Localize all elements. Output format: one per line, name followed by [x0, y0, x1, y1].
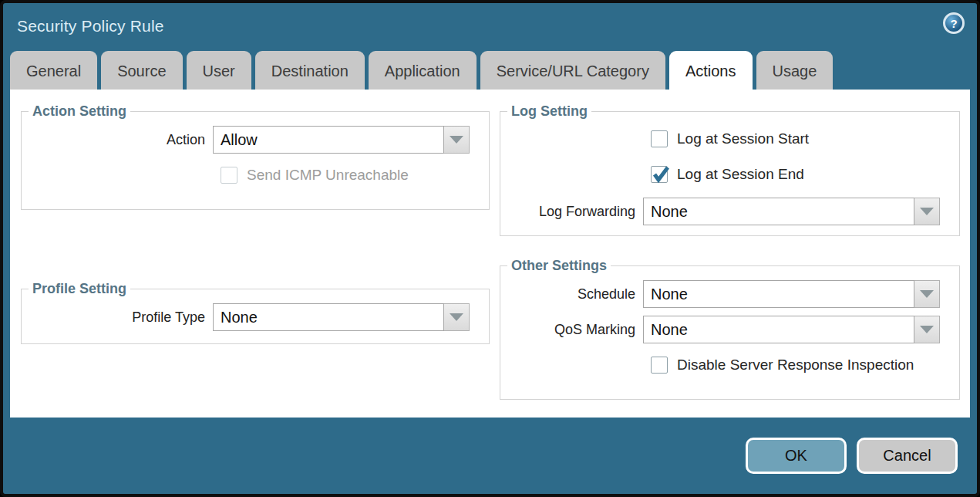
chevron-down-icon — [920, 326, 934, 333]
checkmark-icon — [652, 165, 670, 184]
help-icon[interactable]: ? — [943, 12, 965, 34]
send-icmp-row: Send ICMP Unreachable — [221, 167, 489, 184]
send-icmp-unreachable-checkbox[interactable] — [221, 167, 237, 184]
dsri-row: Disable Server Response Inspection — [651, 357, 959, 374]
qos-marking-label: QoS Marking — [500, 322, 643, 338]
qos-marking-row: QoS Marking None — [500, 316, 959, 343]
tab-bar: General Source User Destination Applicat… — [3, 51, 977, 90]
profile-type-dropdown[interactable]: None — [213, 303, 470, 331]
other-settings-legend: Other Settings — [507, 258, 611, 274]
action-value: Allow — [213, 126, 444, 154]
schedule-label: Schedule — [500, 286, 643, 303]
dialog-footer: OK Cancel — [3, 418, 977, 494]
other-settings-group: Other Settings Schedule None QoS Marking… — [500, 258, 960, 400]
help-glyph: ? — [950, 18, 957, 29]
profile-setting-group: Profile Setting Profile Type None — [21, 281, 490, 344]
log-forwarding-value: None — [643, 198, 914, 225]
log-forwarding-row: Log Forwarding None — [500, 198, 959, 225]
tab-application[interactable]: Application — [369, 51, 477, 90]
log-at-session-end-checkbox[interactable] — [651, 166, 668, 183]
profile-setting-legend: Profile Setting — [29, 281, 130, 297]
log-at-session-start-label: Log at Session Start — [677, 130, 809, 147]
tab-actions[interactable]: Actions — [669, 51, 753, 90]
tab-general[interactable]: General — [10, 51, 97, 90]
log-session-start-row: Log at Session Start — [651, 130, 959, 147]
schedule-dropdown[interactable]: None — [643, 280, 940, 308]
cancel-button[interactable]: Cancel — [857, 438, 958, 474]
log-setting-group: Log Setting Log at Session Start Log at … — [500, 103, 960, 236]
log-setting-legend: Log Setting — [507, 103, 591, 120]
tab-destination[interactable]: Destination — [255, 51, 365, 90]
chevron-down-icon — [450, 313, 463, 321]
profile-type-value: None — [213, 303, 444, 331]
action-row: Action Allow — [22, 126, 489, 154]
title-bar: Security Policy Rule ? — [3, 3, 977, 51]
schedule-dropdown-button[interactable] — [914, 280, 940, 308]
qos-marking-value: None — [643, 316, 914, 343]
chevron-down-icon — [920, 290, 934, 298]
action-setting-group: Action Setting Action Allow Send ICMP Un… — [21, 103, 490, 210]
log-at-session-end-label: Log at Session End — [677, 166, 804, 183]
schedule-row: Schedule None — [500, 280, 959, 308]
schedule-value: None — [643, 280, 914, 308]
disable-server-response-inspection-checkbox[interactable] — [651, 357, 668, 374]
log-forwarding-label: Log Forwarding — [500, 204, 643, 220]
profile-type-dropdown-button[interactable] — [444, 303, 470, 331]
action-dropdown-button[interactable] — [444, 126, 470, 154]
tab-service-url-category[interactable]: Service/URL Category — [480, 51, 665, 90]
log-at-session-start-checkbox[interactable] — [651, 130, 668, 147]
profile-type-label: Profile Type — [22, 309, 213, 326]
chevron-down-icon — [450, 136, 463, 144]
ok-button[interactable]: OK — [746, 438, 847, 474]
log-forwarding-dropdown-button[interactable] — [914, 198, 940, 225]
send-icmp-unreachable-label: Send ICMP Unreachable — [247, 167, 409, 184]
tab-panel-actions: Action Setting Action Allow Send ICMP Un… — [10, 90, 970, 418]
action-label: Action — [22, 132, 213, 148]
action-setting-legend: Action Setting — [29, 103, 130, 120]
disable-server-response-inspection-label: Disable Server Response Inspection — [677, 357, 914, 374]
qos-marking-dropdown-button[interactable] — [914, 316, 940, 343]
tab-user[interactable]: User — [187, 51, 251, 90]
log-forwarding-dropdown[interactable]: None — [643, 198, 940, 225]
log-session-end-row: Log at Session End — [651, 166, 959, 183]
qos-marking-dropdown[interactable]: None — [643, 316, 940, 343]
action-dropdown[interactable]: Allow — [213, 126, 470, 154]
security-policy-rule-dialog: Security Policy Rule ? General Source Us… — [0, 0, 980, 497]
profile-type-row: Profile Type None — [22, 303, 489, 331]
dialog-title: Security Policy Rule — [17, 17, 164, 36]
tab-usage[interactable]: Usage — [756, 51, 834, 90]
chevron-down-icon — [920, 208, 934, 215]
tab-source[interactable]: Source — [101, 51, 182, 90]
